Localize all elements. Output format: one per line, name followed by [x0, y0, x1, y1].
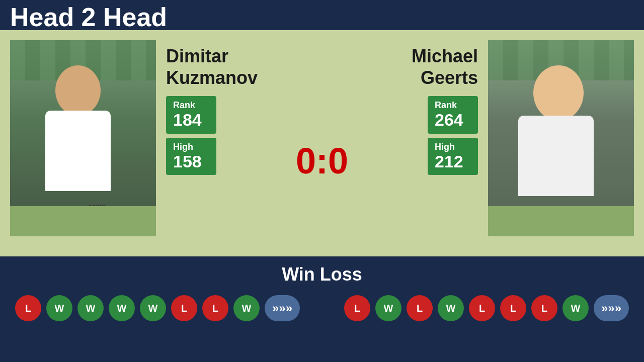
player1-photo: ASICSTENNIS: [10, 40, 156, 236]
player2-high-label: High: [435, 142, 471, 152]
player1-rank-value: 184: [173, 111, 209, 129]
p2-result-8: W: [562, 295, 589, 321]
player1-info: Dimitar Kuzmanov Rank 184 High 158: [156, 40, 268, 180]
player2-info: Michael Geerts Rank 264 High 212: [401, 40, 488, 180]
player2-stats: Rank 264 High 212: [428, 96, 478, 175]
p1-result-4: W: [109, 295, 135, 321]
p1-result-7: L: [202, 295, 228, 321]
p1-result-8: W: [233, 295, 260, 321]
player-right: Michael Geerts Rank 264 High 212: [372, 40, 634, 241]
player1-name: Dimitar Kuzmanov: [166, 45, 258, 88]
page-title: Head 2 Head: [10, 4, 167, 30]
win-loss-title: Win Loss: [282, 264, 362, 285]
player2-results: L W L W L L L W »»»: [344, 295, 629, 321]
score-display: 0:0: [296, 140, 348, 182]
player1-head: [55, 65, 101, 116]
page-wrapper: Head 2 Head ASICSTENNIS Dimitar Kuzmanov: [0, 0, 644, 362]
p2-result-1: L: [344, 295, 370, 321]
p2-result-4: W: [438, 295, 464, 321]
main-content: ASICSTENNIS Dimitar Kuzmanov Rank 184: [0, 30, 644, 256]
court-bg-right: [488, 206, 634, 236]
bottom-section: Win Loss L W W W W L L W »»» L W L W L: [0, 256, 644, 362]
player2-head: [533, 65, 584, 121]
p2-result-5: L: [469, 295, 495, 321]
p2-result-3: L: [407, 295, 433, 321]
player1-rank-label: Rank: [173, 100, 209, 111]
header: Head 2 Head: [0, 0, 644, 30]
p1-result-3: W: [77, 295, 104, 321]
player2-high-box: High 212: [428, 138, 478, 175]
player1-high-label: High: [173, 142, 209, 152]
p2-result-2: W: [375, 295, 401, 321]
players-section: ASICSTENNIS Dimitar Kuzmanov Rank 184: [0, 30, 644, 251]
p1-result-6: L: [171, 295, 197, 321]
p2-result-6: L: [500, 295, 526, 321]
results-row: L W W W W L L W »»» L W L W L L L W »»»: [15, 295, 629, 321]
player2-body: [518, 116, 594, 196]
player2-rank-box: Rank 264: [428, 96, 478, 133]
p2-more[interactable]: »»»: [594, 295, 629, 321]
p1-result-1: L: [15, 295, 41, 321]
player1-high-value: 158: [173, 152, 209, 171]
player1-rank-box: Rank 184: [166, 96, 216, 133]
p2-result-7: L: [531, 295, 557, 321]
p1-result-2: W: [46, 295, 72, 321]
player-left: ASICSTENNIS Dimitar Kuzmanov Rank 184: [10, 40, 272, 241]
player1-results: L W W W W L L W »»»: [15, 295, 300, 321]
player2-rank-value: 264: [435, 111, 471, 129]
p1-more[interactable]: »»»: [265, 295, 300, 321]
player1-stats: Rank 184 High 158: [166, 96, 258, 175]
p1-result-5: W: [140, 295, 166, 321]
player1-high-box: High 158: [166, 138, 216, 175]
court-bg-left: [10, 206, 156, 236]
player2-rank-label: Rank: [435, 100, 471, 111]
player2-photo: [488, 40, 634, 236]
score-center: 0:0: [272, 40, 372, 241]
player2-name: Michael Geerts: [412, 45, 478, 88]
player2-high-value: 212: [435, 152, 471, 171]
player1-body: ASICSTENNIS: [45, 111, 111, 191]
